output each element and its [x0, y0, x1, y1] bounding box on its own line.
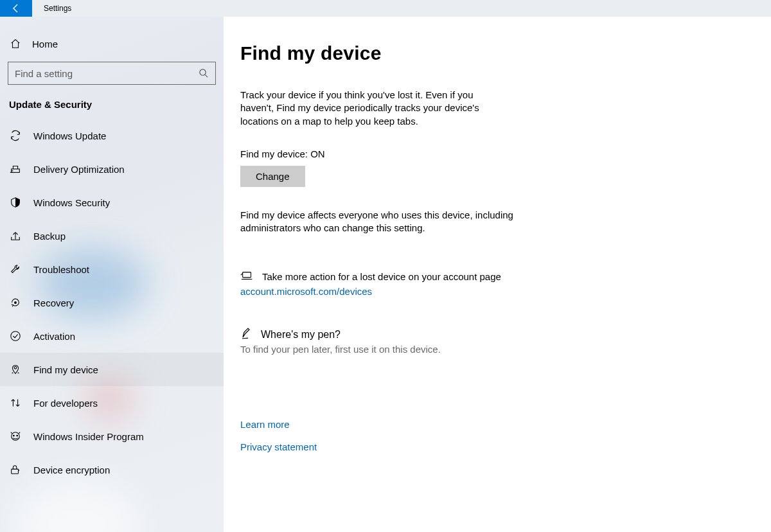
- sidebar-item-for-developers[interactable]: For developers: [0, 386, 224, 420]
- sidebar-item-label: For developers: [33, 398, 98, 409]
- main-content: Find my device Track your device if you …: [224, 17, 771, 532]
- sidebar-item-label: Windows Security: [33, 197, 110, 208]
- svg-point-5: [12, 373, 13, 374]
- account-devices-link[interactable]: account.microsoft.com/devices: [240, 286, 372, 297]
- decorative-blur: [13, 479, 141, 532]
- insider-icon: [9, 430, 22, 443]
- svg-point-6: [18, 373, 19, 374]
- window-title: Settings: [44, 4, 71, 13]
- shield-icon: [9, 196, 22, 209]
- svg-rect-10: [12, 469, 19, 474]
- search-input-container[interactable]: [8, 62, 216, 85]
- location-icon: [9, 363, 22, 376]
- sidebar-item-windows-insider[interactable]: Windows Insider Program: [0, 420, 224, 453]
- delivery-icon: [9, 163, 22, 175]
- device-icon: [240, 269, 254, 283]
- status-label: Find my device: ON: [240, 148, 745, 159]
- home-icon: [9, 37, 22, 50]
- back-button[interactable]: [0, 0, 32, 17]
- wrench-icon: [9, 263, 22, 276]
- sidebar-item-windows-security[interactable]: Windows Security: [0, 186, 224, 219]
- titlebar: Settings: [0, 0, 771, 17]
- sidebar-section-title: Update & Security: [0, 94, 224, 119]
- note-text: Find my device affects everyone who uses…: [240, 209, 523, 235]
- sidebar-item-label: Backup: [33, 231, 66, 242]
- lost-device-text: Take more action for a lost device on yo…: [262, 271, 501, 282]
- sidebar-item-windows-update[interactable]: Windows Update: [0, 119, 224, 152]
- sidebar-item-find-my-device[interactable]: Find my device: [0, 353, 224, 386]
- sync-icon: [9, 129, 22, 142]
- check-icon: [9, 330, 22, 342]
- svg-point-8: [13, 435, 14, 436]
- svg-point-0: [200, 69, 206, 75]
- search-input[interactable]: [15, 68, 199, 79]
- svg-point-3: [11, 332, 20, 341]
- search-icon: [199, 68, 209, 78]
- sidebar-item-delivery-optimization[interactable]: Delivery Optimization: [0, 152, 224, 186]
- backup-icon: [9, 229, 22, 242]
- sidebar-item-label: Windows Update: [33, 130, 106, 141]
- sidebar-item-home[interactable]: Home: [0, 30, 224, 58]
- sidebar-item-recovery[interactable]: Recovery: [0, 286, 224, 319]
- sidebar-item-troubleshoot[interactable]: Troubleshoot: [0, 253, 224, 286]
- sidebar-item-label: Device encryption: [33, 465, 110, 475]
- sidebar-item-label: Recovery: [33, 297, 74, 308]
- lock-icon: [9, 463, 22, 476]
- sidebar-item-label: Delivery Optimization: [33, 164, 125, 175]
- pen-icon: [240, 327, 253, 342]
- svg-rect-11: [243, 272, 251, 278]
- svg-point-2: [15, 302, 17, 304]
- sidebar-item-label: Troubleshoot: [33, 264, 89, 275]
- home-label: Home: [32, 39, 58, 49]
- sidebar-item-label: Find my device: [33, 364, 98, 375]
- page-title: Find my device: [240, 42, 745, 64]
- dev-icon: [9, 396, 22, 409]
- learn-more-link[interactable]: Learn more: [240, 419, 745, 430]
- sidebar-item-activation[interactable]: Activation: [0, 319, 224, 353]
- pen-subtitle: To find your pen later, first use it on …: [240, 344, 745, 355]
- recovery-icon: [9, 296, 22, 309]
- sidebar: Home Update & Security Windows UpdateDel…: [0, 17, 224, 532]
- sidebar-item-backup[interactable]: Backup: [0, 219, 224, 253]
- svg-point-9: [17, 435, 18, 436]
- change-button[interactable]: Change: [240, 166, 305, 187]
- sidebar-item-label: Activation: [33, 331, 75, 342]
- pen-title: Where's my pen?: [261, 329, 341, 341]
- privacy-link[interactable]: Privacy statement: [240, 441, 745, 452]
- sidebar-item-device-encryption[interactable]: Device encryption: [0, 453, 224, 486]
- sidebar-item-label: Windows Insider Program: [33, 431, 144, 442]
- description-text: Track your device if you think you've lo…: [240, 89, 497, 128]
- svg-point-4: [14, 367, 17, 369]
